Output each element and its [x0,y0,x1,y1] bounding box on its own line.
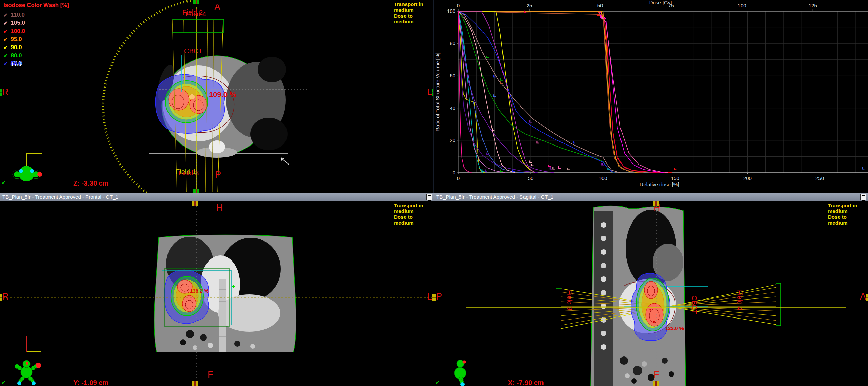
window-icon [428,195,431,201]
checkmark-icon[interactable]: ✔ [3,53,8,59]
svg-text:50: 50 [597,3,603,8]
sagittal-dose-wash [631,273,670,341]
slice-slider-left[interactable] [0,89,2,96]
orientation-label-right: R [2,292,9,301]
frontal-dose-wash [164,270,209,324]
sagittal-viewport[interactable]: Transport in medium Dose to medium H P A… [434,201,868,386]
checkmark-icon[interactable]: ✔ [3,44,8,51]
isodose-level-item[interactable]: ✔80.0 [3,52,69,60]
slice-slider-top[interactable] [193,0,199,4]
dvh-point-marker [481,170,484,172]
orientation-label-left: L [427,88,432,97]
isodose-legend-title: Isodose Color Wash [%] [3,2,69,9]
field-aperture-outline [172,19,224,32]
dvh-point-marker [573,141,575,143]
svg-text:100: 100 [447,8,455,14]
dvh-point-marker [567,168,570,170]
sagittal-window-titlebar[interactable]: TB_Plan_5fr - Treatment Approved - Sagit… [434,193,868,201]
checkmark-icon[interactable]: ✔ [3,36,8,43]
max-dose-label: 122.0 % [665,325,684,331]
isodose-level-item[interactable]: ✔50.0 [3,60,69,68]
slice-slider-top[interactable] [192,201,198,206]
svg-text:250: 250 [815,175,824,181]
isodose-level-item[interactable]: ✔90.0 [3,43,69,52]
dose-calculation-note: Transport in medium Dose to medium [394,202,431,226]
dvh-point-marker [485,170,487,172]
orientation-label-feet: F [654,370,659,379]
isodose-level-label: 95.0 [11,36,22,43]
isodose-level-item[interactable]: ✔100.0 [3,27,69,35]
isodose-level-item[interactable]: ✔110.0 [3,11,69,19]
dvh-viewport[interactable]: 0255075100125050100150200250020406080100… [434,0,868,193]
svg-text:80: 80 [450,40,455,46]
beam-labels-posterior: Field 1 Field 3 [176,168,220,180]
checkmark-icon[interactable]: ✔ [3,20,8,26]
isodose-level-label: 105.0 [11,20,25,26]
field-label: Field 4 [736,290,743,310]
dvh-point-marker [552,167,555,169]
slice-position-label: Y: -1.09 cm [73,379,108,386]
frontal-ct-graphics [0,201,434,386]
orientation-label-left: L [427,292,432,301]
slice-slider-bottom[interactable] [193,189,199,193]
patient-orientation-icon [454,360,466,386]
checkmark-icon[interactable]: ✔ [3,12,8,18]
dvh-point-marker [486,56,489,58]
dvh-point-marker [531,164,533,166]
orientation-label-anterior: A [860,292,866,301]
orientation-label-head: H [216,203,223,212]
max-dose-label: 138.2 % [190,288,209,294]
isodose-level-item[interactable]: ✔95.0 [3,35,69,43]
dvh-point-marker [492,128,494,131]
frontal-viewport[interactable]: Transport in medium Dose to medium H R L… [0,201,434,386]
frontal-window-titlebar[interactable]: TB_Plan_5fr - Treatment Approved - Front… [0,193,434,201]
svg-text:125: 125 [809,3,817,8]
svg-text:200: 200 [743,175,752,181]
svg-text:Dose [Gy]: Dose [Gy] [649,0,672,5]
checkmark-icon[interactable]: ✔ [3,28,8,35]
svg-text:150: 150 [671,175,679,181]
slice-slider-left[interactable] [0,294,2,301]
dvh-point-marker [500,81,503,84]
axial-viewport[interactable]: Isodose Color Wash [%] ✔110.0✔105.0✔100.… [0,0,434,193]
svg-text:20: 20 [450,137,455,143]
svg-text:50: 50 [528,175,534,181]
isodose-level-label: 90.0 [11,44,22,51]
beam-labels-anterior: Field 2 Field 4 [182,9,226,20]
slice-slider-bottom[interactable] [653,381,659,386]
max-dose-label: 109.0 % [209,90,236,99]
dvh-point-marker [597,14,600,16]
approved-check-icon: ✓ [1,179,6,186]
slice-slider-bottom[interactable] [192,381,198,386]
restore-window-button[interactable] [860,194,866,200]
svg-text:100: 100 [599,175,607,181]
orientation-label-posterior: P [436,292,442,301]
dvh-point-marker [524,11,526,13]
isodose-level-label: 100.0 [11,28,25,35]
slice-slider-right[interactable] [432,294,434,301]
dvh-chart: 0255075100125050100150200250020406080100… [434,0,868,193]
isodose-level-label: 50.0 [11,60,22,67]
slice-slider-left[interactable] [434,294,436,301]
patient-orientation-icon [13,153,42,181]
slice-slider-right[interactable] [866,294,868,301]
orientation-label-feet: F [208,370,213,379]
svg-text:0: 0 [457,3,460,8]
dvh-point-marker [862,167,864,169]
window-title: TB_Plan_5fr - Treatment Approved - Front… [2,194,118,200]
cbct-label: CBCT [184,47,202,54]
svg-text:100: 100 [738,3,746,8]
dvh-point-marker [548,165,551,167]
axial-dose-wash [155,74,224,133]
slice-slider-top[interactable] [653,201,659,206]
restore-window-button[interactable] [426,194,432,200]
checkmark-icon[interactable]: ✔ [3,61,8,67]
svg-text:Relative dose [%]: Relative dose [%] [640,181,679,187]
svg-text:25: 25 [527,3,532,8]
svg-text:0: 0 [457,175,460,181]
isodose-level-label: 110.0 [11,12,25,18]
isodose-level-item[interactable]: ✔105.0 [3,19,69,27]
approved-check-icon: ✓ [435,379,440,386]
field-label: Field 3 [178,170,199,176]
isodose-legend: Isodose Color Wash [%] ✔110.0✔105.0✔100.… [3,2,69,68]
